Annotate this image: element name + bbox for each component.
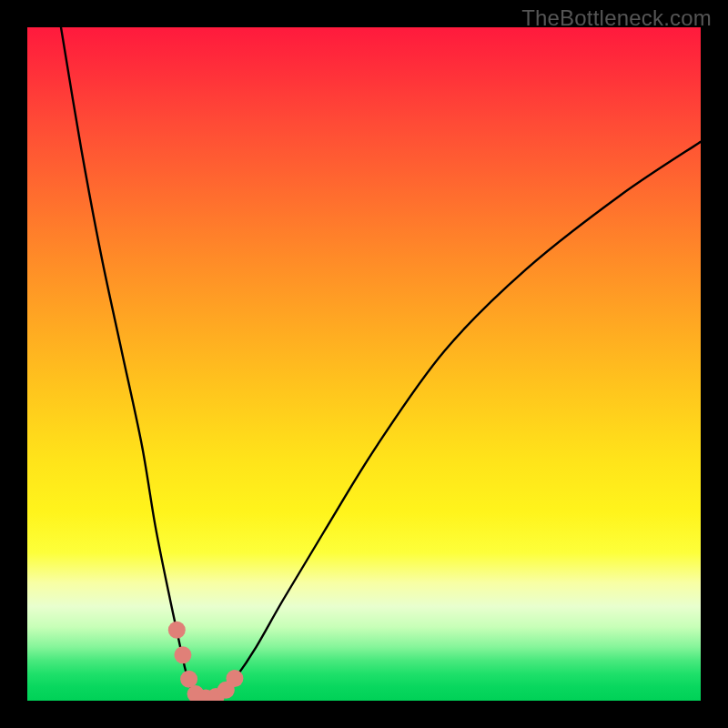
marker-group xyxy=(168,622,244,701)
bottleneck-curve xyxy=(61,27,701,700)
marker-point xyxy=(180,671,197,688)
chart-frame: TheBottleneck.com xyxy=(0,0,728,728)
marker-point xyxy=(226,670,243,687)
plot-area xyxy=(27,27,701,701)
marker-point xyxy=(174,646,191,663)
marker-point xyxy=(168,622,186,639)
curve-layer xyxy=(27,27,701,701)
brand-watermark: TheBottleneck.com xyxy=(521,5,712,31)
